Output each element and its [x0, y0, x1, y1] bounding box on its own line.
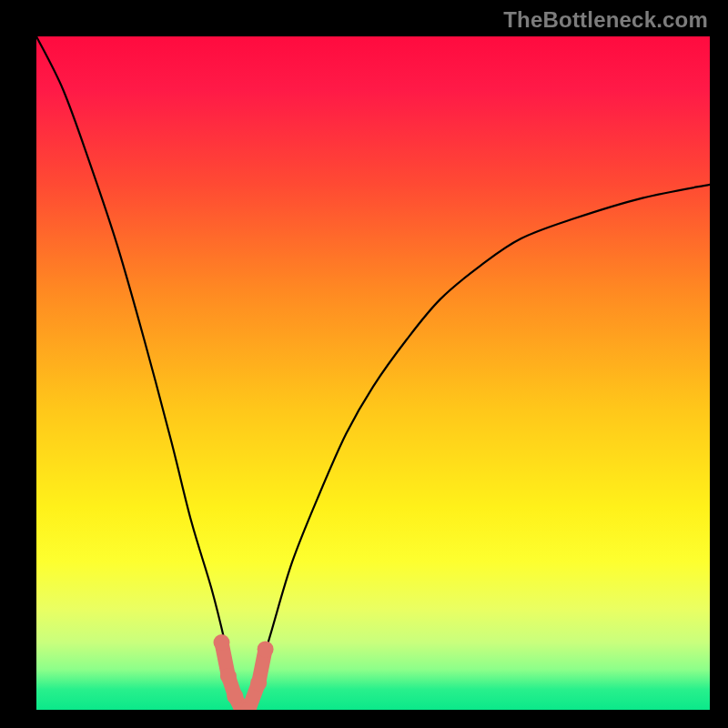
- min-marker-bead: [250, 674, 267, 691]
- watermark-text: TheBottleneck.com: [503, 7, 708, 33]
- plot-area: [36, 36, 710, 710]
- min-marker-bead: [214, 634, 230, 651]
- bottleneck-curve: [36, 36, 710, 710]
- chart-frame: TheBottleneck.com: [0, 0, 728, 728]
- curve-markers: [214, 634, 274, 710]
- min-marker-bead: [258, 641, 274, 657]
- min-marker-bead: [220, 668, 237, 684]
